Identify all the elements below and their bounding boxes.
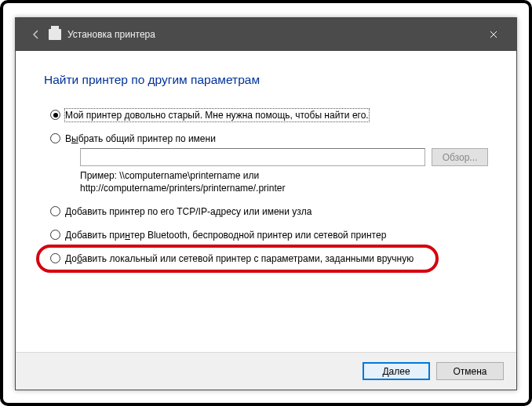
next-button[interactable]: Далее <box>363 362 430 380</box>
close-button[interactable] <box>477 23 510 46</box>
cancel-button[interactable]: Отмена <box>436 362 504 380</box>
option-label: Добавить принтер Bluetooth, беспроводной… <box>65 229 386 241</box>
browse-button: Обзор... <box>432 148 488 166</box>
shared-input-row: Обзор... <box>80 148 488 166</box>
option-label: Мой принтер довольно старый. Мне нужна п… <box>65 109 369 121</box>
printer-icon <box>49 29 61 40</box>
dialog-footer: Далее Отмена <box>16 352 516 390</box>
content-area: Найти принтер по другим параметрам Мой п… <box>16 51 516 266</box>
example-text: Пример: \\computername\printername или h… <box>80 169 488 194</box>
shared-printer-input[interactable] <box>80 148 425 166</box>
option-shared-printer[interactable]: Выбрать общий принтер по имени <box>50 132 488 145</box>
window-title: Установка принтера <box>67 29 155 40</box>
radio-icon <box>50 133 60 143</box>
option-label: Добавить локальный или сетевой принтер с… <box>65 252 414 265</box>
radio-icon <box>50 230 60 240</box>
dialog-window: Установка принтера Найти принтер по друг… <box>15 17 517 390</box>
option-label: Выбрать общий принтер по имени <box>65 132 216 145</box>
radio-icon <box>50 253 60 263</box>
radio-icon <box>50 110 60 120</box>
option-tcpip[interactable]: Добавить принтер по его TCP/IP-адресу ил… <box>50 205 488 218</box>
option-manual[interactable]: Добавить локальный или сетевой принтер с… <box>50 252 414 265</box>
titlebar: Установка принтера <box>16 18 516 51</box>
options-group: Мой принтер довольно старый. Мне нужна п… <box>44 109 488 266</box>
page-heading: Найти принтер по другим параметрам <box>44 73 488 87</box>
option-label: Добавить принтер по его TCP/IP-адресу ил… <box>65 205 312 218</box>
radio-icon <box>50 206 60 216</box>
option-bluetooth[interactable]: Добавить принтер Bluetooth, беспроводной… <box>50 229 488 241</box>
close-icon <box>490 31 497 38</box>
option-old-printer[interactable]: Мой принтер довольно старый. Мне нужна п… <box>50 109 488 121</box>
back-arrow-icon[interactable] <box>27 25 46 44</box>
